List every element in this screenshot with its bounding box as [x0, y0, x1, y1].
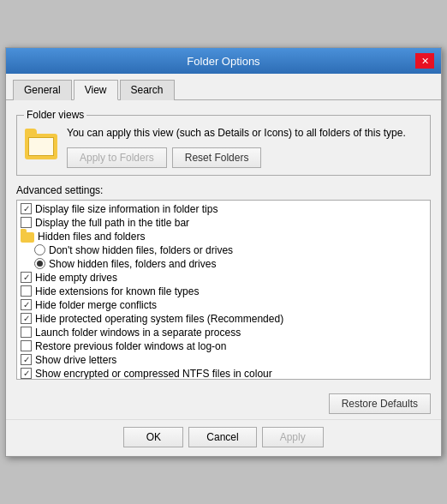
item-text-0: Display file size information in folder … [35, 203, 218, 215]
list-item[interactable]: Show drive letters [17, 353, 430, 367]
list-item[interactable]: Hide protected operating system files (R… [17, 312, 430, 326]
list-item[interactable]: Display the full path in the title bar [17, 216, 430, 230]
cancel-button[interactable]: Cancel [188, 427, 256, 447]
item-text-7: Hide folder merge conflicts [35, 299, 157, 311]
item-text-9: Launch folder windows in a separate proc… [35, 327, 241, 339]
close-button[interactable]: ✕ [415, 53, 434, 69]
dialog-buttons: OK Cancel Apply [6, 419, 441, 456]
checkbox-6[interactable] [21, 285, 32, 297]
item-text-11: Show drive letters [35, 354, 116, 366]
checkbox-0[interactable] [21, 203, 32, 214]
tab-view[interactable]: View [74, 80, 118, 100]
folder-views-legend: Folder views [24, 109, 86, 121]
checkbox-9[interactable] [21, 327, 32, 338]
checkbox-10[interactable] [21, 340, 32, 351]
list-item[interactable]: Don't show hidden files, folders or driv… [17, 243, 430, 257]
tab-general[interactable]: General [13, 80, 72, 100]
list-item[interactable]: Restore previous folder windows at log-o… [17, 339, 430, 353]
item-text-12: Show encrypted or compressed NTFS files … [35, 368, 272, 379]
advanced-settings-label: Advanced settings: [16, 184, 431, 196]
item-text-4: Show hidden files, folders and drives [49, 258, 216, 270]
ok-button[interactable]: OK [123, 427, 183, 447]
list-item[interactable]: Hide folder merge conflicts [17, 298, 430, 312]
reset-folders-button[interactable]: Reset Folders [172, 147, 262, 168]
checkbox-8[interactable] [21, 313, 32, 324]
list-item[interactable]: Display file size information in folder … [17, 202, 430, 216]
restore-section: Restore Defaults [6, 388, 441, 419]
folder-views-inner: You can apply this view (such as Details… [24, 126, 423, 168]
item-text-2: Hidden files and folders [38, 231, 145, 243]
list-item[interactable]: Show encrypted or compressed NTFS files … [17, 367, 430, 379]
view-tab-content: Folder views You can apply this view (su… [6, 100, 441, 388]
checkbox-1[interactable] [21, 217, 32, 228]
list-item[interactable]: Hidden files and folders [17, 230, 430, 243]
list-item[interactable]: Hide extensions for known file types [17, 285, 430, 298]
list-item[interactable]: Show hidden files, folders and drives [17, 257, 430, 271]
title-bar: Folder Options ✕ [6, 48, 441, 74]
list-item[interactable]: Hide empty drives [17, 271, 430, 285]
item-text-5: Hide empty drives [35, 272, 117, 284]
list-item[interactable]: Launch folder windows in a separate proc… [17, 326, 430, 339]
checkbox-7[interactable] [21, 299, 32, 310]
tab-search[interactable]: Search [120, 80, 175, 100]
checkbox-11[interactable] [21, 354, 32, 365]
checkbox-12[interactable] [21, 368, 32, 379]
tabs-container: General View Search [6, 74, 441, 100]
settings-list[interactable]: Display file size information in folder … [17, 201, 430, 379]
folder-views-buttons: Apply to Folders Reset Folders [67, 147, 423, 168]
folder-views-group: Folder views You can apply this view (su… [16, 109, 431, 176]
settings-list-container: Display file size information in folder … [16, 200, 431, 380]
item-text-10: Restore previous folder windows at log-o… [35, 340, 226, 352]
folder-icon [24, 129, 58, 164]
item-text-8: Hide protected operating system files (R… [35, 313, 283, 325]
restore-defaults-button[interactable]: Restore Defaults [329, 393, 431, 414]
item-text-1: Display the full path in the title bar [35, 217, 189, 229]
folder-icon-visual [25, 134, 57, 159]
folder-views-description: You can apply this view (such as Details… [67, 126, 423, 141]
radio-3[interactable] [34, 244, 45, 255]
apply-button[interactable]: Apply [262, 427, 324, 447]
folder-icon-inner [28, 137, 54, 156]
radio-4[interactable] [34, 258, 45, 269]
checkbox-5[interactable] [21, 272, 32, 283]
folder-options-dialog: Folder Options ✕ General View Search Fol… [5, 47, 442, 457]
window-title: Folder Options [32, 55, 415, 68]
item-text-6: Hide extensions for known file types [35, 285, 199, 297]
apply-to-folders-button[interactable]: Apply to Folders [67, 147, 167, 168]
item-text-3: Don't show hidden files, folders or driv… [49, 244, 233, 256]
folder-item-icon [21, 231, 34, 243]
